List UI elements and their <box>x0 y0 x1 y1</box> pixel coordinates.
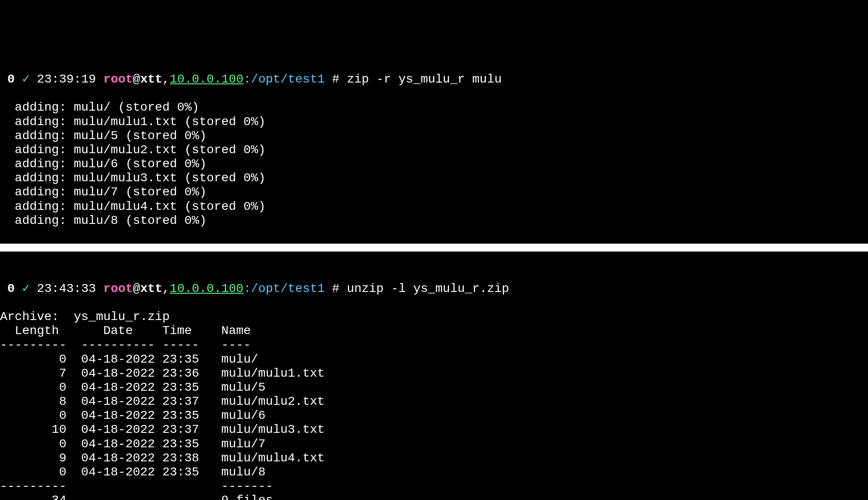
prompt-hash: # <box>324 72 346 86</box>
zip-output-line: adding: mulu/mulu2.txt (stored 0%) <box>0 143 266 157</box>
zip-output-line: adding: mulu/7 (stored 0%) <box>0 185 206 199</box>
prompt-host: xtt <box>140 282 162 295</box>
prompt-ip: 10.0.0.100 <box>170 282 244 295</box>
unzip-row: 9 04-18-2022 23:38 mulu/mulu4.txt <box>0 451 324 465</box>
prompt-time: 23:39:19 <box>37 72 96 86</box>
prompt-user: root <box>103 282 133 295</box>
prompt-host: xtt <box>140 72 162 86</box>
unzip-row: 8 04-18-2022 23:37 mulu/mulu2.txt <box>0 395 324 408</box>
unzip-header: Length Date Time Name <box>0 324 251 338</box>
unzip-row: 7 04-18-2022 23:36 mulu/mulu1.txt <box>0 367 324 380</box>
zip-output-line: adding: mulu/mulu4.txt (stored 0%) <box>0 200 266 213</box>
prompt-comma: , <box>162 282 170 295</box>
prompt-check-icon: ✓ <box>22 282 29 295</box>
zip-output-line: adding: mulu/5 (stored 0%) <box>0 129 206 143</box>
prompt-command: unzip -l ys_mulu_r.zip <box>347 282 509 295</box>
archive-line: Archive: ys_mulu_r.zip <box>0 310 169 324</box>
unzip-row: 0 04-18-2022 23:35 mulu/6 <box>0 409 266 422</box>
prompt-path: /opt/test1 <box>251 72 324 86</box>
prompt-check-icon: ✓ <box>22 72 29 86</box>
terminal-block-zip: 0 ✓ 23:39:19 root@xtt,10.0.0.100:/opt/te… <box>0 57 868 230</box>
prompt-hash: # <box>324 282 346 295</box>
prompt-num: 0 <box>7 72 15 86</box>
zip-output-line: adding: mulu/mulu1.txt (stored 0%) <box>0 115 266 129</box>
zip-output-line: adding: mulu/mulu3.txt (stored 0%) <box>0 171 266 185</box>
zip-output-line: adding: mulu/8 (stored 0%) <box>0 214 206 227</box>
prompt-path: /opt/test1 <box>251 282 324 295</box>
unzip-header-sep: --------- ---------- ----- ---- <box>0 338 251 352</box>
prompt-ip: 10.0.0.100 <box>170 72 244 86</box>
unzip-row: 10 04-18-2022 23:37 mulu/mulu3.txt <box>0 423 324 436</box>
zip-output-line: adding: mulu/ (stored 0%) <box>0 101 199 114</box>
prompt-num: 0 <box>7 282 15 295</box>
unzip-footer-sep: --------- ------- <box>0 479 273 493</box>
prompt-line-2[interactable]: 0 ✓ 23:43:33 root@xtt,10.0.0.100:/opt/te… <box>0 282 868 296</box>
prompt-user: root <box>103 72 133 86</box>
unzip-row: 0 04-18-2022 23:35 mulu/ <box>0 353 258 366</box>
prompt-comma: , <box>162 72 170 86</box>
unzip-row: 0 04-18-2022 23:35 mulu/7 <box>0 437 266 451</box>
prompt-line-1[interactable]: 0 ✓ 23:39:19 root@xtt,10.0.0.100:/opt/te… <box>0 72 868 86</box>
prompt-time: 23:43:33 <box>37 282 96 295</box>
prompt-colon: : <box>244 72 251 86</box>
prompt-at: @ <box>133 72 140 86</box>
block-divider <box>0 244 868 252</box>
prompt-command: zip -r ys_mulu_r mulu <box>347 72 502 86</box>
unzip-row: 0 04-18-2022 23:35 mulu/5 <box>0 381 266 394</box>
prompt-at: @ <box>133 282 140 295</box>
unzip-row: 0 04-18-2022 23:35 mulu/8 <box>0 465 266 479</box>
prompt-colon: : <box>244 282 251 295</box>
zip-output-line: adding: mulu/6 (stored 0%) <box>0 157 206 171</box>
unzip-footer: 34 9 files <box>0 493 273 500</box>
terminal-block-unzip: 0 ✓ 23:43:33 root@xtt,10.0.0.100:/opt/te… <box>0 266 868 500</box>
